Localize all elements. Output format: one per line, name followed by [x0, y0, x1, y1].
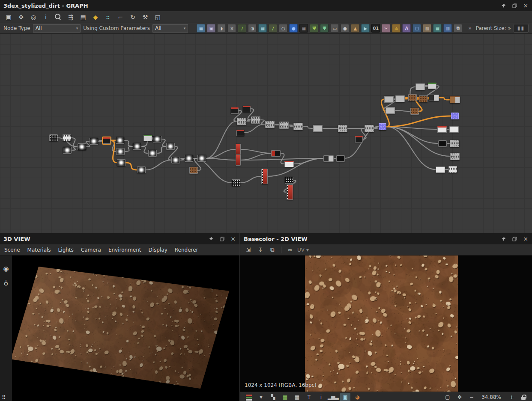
- graph-node[interactable]: [279, 122, 289, 129]
- channels-dropdown-chevron[interactable]: ▾: [256, 393, 266, 401]
- color-picker-icon[interactable]: ◕: [352, 393, 362, 401]
- graph-node[interactable]: [293, 123, 303, 130]
- graph-node[interactable]: [437, 126, 447, 133]
- menu-item-environment[interactable]: Environment: [108, 247, 141, 253]
- node-filter-icon[interactable]: Ψ: [310, 24, 318, 33]
- graph-node[interactable]: [384, 96, 394, 103]
- menu-item-materials[interactable]: Materials: [27, 247, 51, 253]
- node-filter-icon[interactable]: ▦: [299, 24, 308, 33]
- graph-node[interactable]: [450, 96, 460, 103]
- graph-node[interactable]: [116, 137, 124, 144]
- snapshot-icon[interactable]: ◎: [28, 12, 39, 22]
- menu-item-scene[interactable]: Scene: [4, 247, 20, 253]
- node-filter-icon[interactable]: ▶: [361, 24, 370, 33]
- node-filter-icon[interactable]: ●: [341, 24, 349, 33]
- graph-node[interactable]: [386, 107, 395, 114]
- graph-node[interactable]: [448, 166, 457, 173]
- graph-node[interactable]: [313, 125, 323, 132]
- 3d-viewport[interactable]: ◉ ♁ ⠿: [0, 255, 239, 401]
- graph-node[interactable]: [355, 136, 363, 143]
- graph-node[interactable]: [323, 155, 334, 162]
- graph-node[interactable]: [395, 95, 405, 102]
- graph-node[interactable]: [265, 121, 275, 128]
- graph-node[interactable]: [436, 166, 445, 173]
- node-filter-icon[interactable]: ⧉: [454, 24, 462, 33]
- background-checker-icon[interactable]: ▚: [268, 393, 278, 401]
- graph-node[interactable]: [166, 143, 175, 150]
- 2d-viewport[interactable]: 1024 x 1024 (RGBA, 16bpc): [240, 255, 532, 392]
- graph-node[interactable]: [379, 123, 386, 130]
- graph-node[interactable]: [251, 116, 260, 124]
- export-image-icon[interactable]: ⇲: [244, 246, 253, 254]
- graph-node[interactable]: [236, 130, 244, 136]
- layers-stack-icon[interactable]: [244, 393, 254, 401]
- menu-item-display[interactable]: Display: [149, 247, 167, 253]
- lock-zoom-icon[interactable]: [518, 393, 529, 401]
- float-window-icon[interactable]: [511, 3, 517, 9]
- camera-icon[interactable]: ◉: [3, 265, 9, 273]
- new-resource-icon[interactable]: ▣: [3, 12, 14, 22]
- graph-node[interactable]: [90, 138, 98, 145]
- node-filter-icon[interactable]: ●: [289, 24, 298, 33]
- histogram-icon[interactable]: ▂▅▃: [328, 393, 338, 401]
- pin-icon[interactable]: [500, 236, 506, 242]
- node-filter-icon[interactable]: ○: [279, 24, 287, 33]
- graph-node[interactable]: [78, 143, 86, 150]
- graph-node[interactable]: [103, 137, 111, 144]
- node-filter-icon[interactable]: ◗: [217, 24, 226, 33]
- tiling-icon[interactable]: ▦: [280, 393, 290, 401]
- float-window-icon[interactable]: [511, 236, 517, 242]
- uv-mode-select[interactable]: UV ▾: [297, 247, 309, 253]
- library-view-icon[interactable]: ▤: [78, 12, 88, 22]
- loop-icon[interactable]: ↻: [128, 12, 138, 22]
- graph-node[interactable]: [410, 108, 419, 115]
- info-icon[interactable]: i: [41, 12, 51, 22]
- graph-node[interactable]: [231, 107, 239, 114]
- zoom-in-icon[interactable]: +: [506, 393, 517, 401]
- straighten-connections-icon[interactable]: ⌐: [115, 12, 126, 22]
- graph-node[interactable]: [287, 184, 293, 200]
- python-editor-icon[interactable]: ◆: [90, 12, 101, 22]
- tools-icon[interactable]: ⚒: [140, 12, 150, 22]
- node-filter-icon[interactable]: ▥: [443, 24, 452, 33]
- menu-item-renderer[interactable]: Renderer: [175, 247, 198, 253]
- menu-item-camera[interactable]: Camera: [81, 247, 101, 253]
- node-filter-icon[interactable]: ▦: [197, 24, 205, 33]
- graph-node[interactable]: [148, 150, 157, 157]
- close-icon[interactable]: ×: [523, 236, 529, 242]
- node-type-select[interactable]: All ▾: [33, 24, 81, 33]
- graph-node[interactable]: [243, 106, 251, 112]
- zoom-out-icon[interactable]: −: [466, 393, 476, 401]
- transform-gizmo-icon[interactable]: ✥: [16, 12, 26, 22]
- 3d-material-plane[interactable]: [0, 255, 239, 401]
- graph-node[interactable]: [338, 125, 347, 132]
- graph-node[interactable]: [117, 159, 126, 166]
- graph-node[interactable]: [419, 95, 427, 102]
- export-nodes-icon[interactable]: ⇶: [66, 12, 76, 22]
- graph-node[interactable]: [153, 136, 161, 143]
- node-filter-icon[interactable]: ▦: [258, 24, 267, 33]
- save-image-icon[interactable]: ↧: [256, 246, 265, 254]
- graph-node[interactable]: [450, 140, 459, 147]
- node-filter-icon[interactable]: A: [402, 24, 411, 33]
- filter-overflow-chevron[interactable]: »: [468, 25, 471, 31]
- node-filter-icon[interactable]: ▭: [330, 24, 339, 33]
- graph-node[interactable]: [261, 169, 268, 184]
- graph-node[interactable]: [429, 95, 439, 101]
- float-window-icon[interactable]: [219, 236, 225, 242]
- graph-node[interactable]: [284, 161, 294, 167]
- graph-node[interactable]: [336, 155, 345, 162]
- node-filter-icon[interactable]: ⚠: [392, 24, 400, 33]
- node-filter-icon[interactable]: Ψ: [320, 24, 329, 33]
- graph-node[interactable]: [137, 166, 146, 173]
- graph-node[interactable]: [185, 155, 193, 162]
- graph-node[interactable]: [49, 134, 58, 141]
- image-info-icon[interactable]: ▣: [340, 393, 350, 401]
- graph-node[interactable]: [143, 135, 152, 141]
- copy-image-icon[interactable]: ⧉: [268, 246, 277, 254]
- graph-node[interactable]: [63, 147, 72, 154]
- graph-node[interactable]: [236, 144, 241, 155]
- node-filter-icon[interactable]: ▢: [412, 24, 421, 33]
- pan-view-icon[interactable]: ✥: [454, 393, 464, 401]
- graph-node[interactable]: [189, 167, 198, 174]
